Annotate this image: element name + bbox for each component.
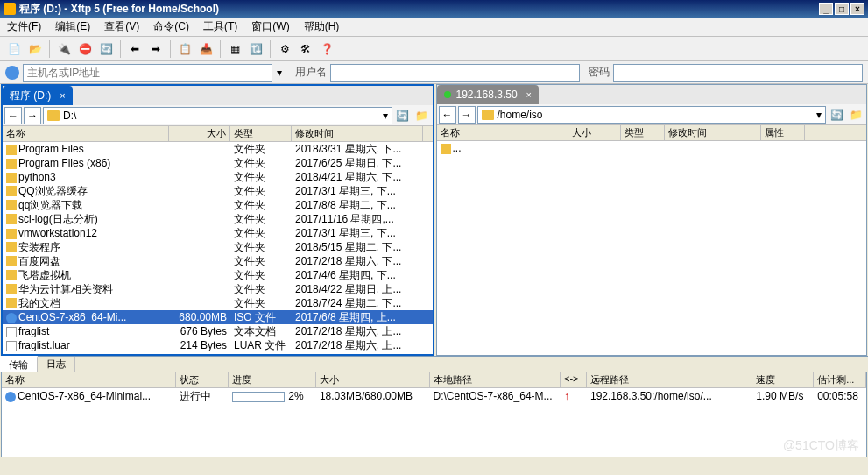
maximize-button[interactable]: □ bbox=[835, 3, 849, 15]
help-button[interactable]: ❓ bbox=[317, 39, 336, 59]
list-item[interactable]: fraglist676 Bytes文本文档2017/2/18 星期六, 上... bbox=[3, 324, 433, 338]
remote-path-box[interactable]: /home/iso ▾ bbox=[477, 106, 827, 124]
newfolder-button[interactable]: 📁 bbox=[413, 107, 431, 124]
folder-icon bbox=[441, 144, 451, 154]
col-size[interactable]: 大小 bbox=[568, 125, 621, 140]
refresh-button[interactable]: 🔃 bbox=[246, 39, 265, 59]
list-item[interactable]: qq浏览器下载文件夹2017/8/8 星期二, 下... bbox=[3, 198, 433, 212]
list-item[interactable]: 华为云计算相关资料文件夹2018/4/22 星期日, 上... bbox=[3, 282, 433, 296]
fwd-nav-button[interactable]: → bbox=[458, 106, 476, 124]
folder-icon bbox=[6, 200, 17, 210]
back-nav-button[interactable]: ← bbox=[439, 106, 456, 124]
newfolder-button[interactable]: 📁 bbox=[847, 106, 864, 124]
th-status[interactable]: 状态 bbox=[176, 372, 229, 387]
th-size[interactable]: 大小 bbox=[316, 372, 430, 387]
list-item[interactable]: 安装程序文件夹2018/5/15 星期二, 下... bbox=[3, 240, 433, 254]
transfer-row[interactable]: CentOS-7-x86_64-Minimal... 进行中 2% 18.03M… bbox=[2, 388, 866, 404]
local-path: D:\ bbox=[63, 110, 76, 122]
log-tab[interactable]: 日志 bbox=[38, 357, 75, 372]
tr-speed: 1.90 MB/s bbox=[752, 390, 814, 402]
iso-icon bbox=[6, 313, 17, 323]
list-item[interactable]: ... bbox=[437, 141, 867, 155]
menu-view[interactable]: 查看(V) bbox=[97, 19, 146, 34]
col-size[interactable]: 大小 bbox=[169, 126, 230, 141]
transfer-tab[interactable]: 传输 bbox=[0, 356, 38, 372]
up-button[interactable]: 🔄 bbox=[828, 106, 845, 124]
user-input[interactable] bbox=[330, 64, 580, 82]
host-input[interactable] bbox=[23, 64, 272, 82]
menu-tools[interactable]: 工具(T) bbox=[196, 19, 244, 34]
remote-tab[interactable]: 192.168.3.50 × bbox=[437, 85, 540, 104]
list-item[interactable]: 百度网盘文件夹2017/2/18 星期六, 下... bbox=[3, 254, 433, 268]
remote-file-list[interactable]: ... bbox=[437, 141, 867, 355]
menu-help[interactable]: 帮助(H) bbox=[297, 19, 347, 34]
menu-edit[interactable]: 编辑(E) bbox=[48, 19, 97, 34]
col-type[interactable]: 类型 bbox=[621, 125, 665, 140]
folder-icon bbox=[6, 242, 17, 252]
th-dir[interactable]: <-> bbox=[561, 372, 587, 387]
paste-button[interactable]: 📥 bbox=[196, 39, 215, 59]
remote-path: /home/iso bbox=[498, 109, 543, 121]
list-item[interactable]: 飞塔虚拟机文件夹2017/4/6 星期四, 下... bbox=[3, 268, 433, 282]
close-button[interactable]: × bbox=[850, 3, 864, 15]
list-item[interactable]: vmworkstation12文件夹2017/3/1 星期三, 下... bbox=[3, 226, 433, 240]
disconnect-button[interactable]: ⛔ bbox=[75, 39, 95, 59]
folder-icon bbox=[482, 110, 494, 120]
app-icon bbox=[4, 3, 16, 15]
local-tab[interactable]: 程序 (D:) × bbox=[3, 86, 73, 105]
reconnect-button[interactable]: 🔄 bbox=[96, 39, 116, 59]
watermark: @51CTO博客 bbox=[783, 438, 859, 454]
menu-file[interactable]: 文件(F) bbox=[0, 19, 48, 34]
local-pane: 程序 (D:) × ← → D:\ ▾ 🔄 📁 名称 大小 类型 修改时间 Pr… bbox=[1, 84, 434, 356]
folder-icon bbox=[6, 270, 17, 280]
col-date[interactable]: 修改时间 bbox=[292, 126, 423, 141]
up-button[interactable]: 🔄 bbox=[394, 107, 412, 124]
file-icon bbox=[6, 327, 17, 337]
list-item[interactable]: Program Files (x86)文件夹2017/6/25 星期日, 下..… bbox=[3, 156, 433, 170]
folder-icon bbox=[6, 159, 17, 169]
new-button[interactable]: 📄 bbox=[4, 39, 24, 59]
settings-button[interactable]: 🛠 bbox=[296, 39, 315, 59]
menu-cmd[interactable]: 命令(C) bbox=[146, 19, 196, 34]
view-button[interactable]: ▦ bbox=[225, 39, 244, 59]
list-item[interactable]: 我的文档文件夹2018/7/24 星期二, 下... bbox=[3, 296, 433, 310]
globe-icon bbox=[5, 66, 19, 80]
col-name[interactable]: 名称 bbox=[437, 125, 568, 140]
sync-button[interactable]: ⚙ bbox=[275, 39, 294, 59]
tr-eta: 00:05:58 bbox=[814, 390, 866, 402]
forward-button[interactable]: ➡ bbox=[146, 39, 166, 59]
th-local[interactable]: 本地路径 bbox=[430, 372, 561, 387]
col-type[interactable]: 类型 bbox=[230, 126, 292, 141]
list-item[interactable]: sci-log(日志分析)文件夹2017/11/16 星期四,... bbox=[3, 212, 433, 226]
copy-button[interactable]: 📋 bbox=[175, 39, 194, 59]
th-remote[interactable]: 远程路径 bbox=[587, 372, 752, 387]
path-dropdown-icon[interactable]: ▾ bbox=[383, 110, 388, 122]
th-eta[interactable]: 估计剩... bbox=[814, 372, 866, 387]
col-date[interactable]: 修改时间 bbox=[665, 125, 761, 140]
path-dropdown-icon[interactable]: ▾ bbox=[816, 109, 822, 121]
minimize-button[interactable]: _ bbox=[819, 3, 833, 15]
list-item[interactable]: CentOS-7-x86_64-Mi...680.00MBISO 文件2017/… bbox=[3, 310, 433, 324]
dropdown-button[interactable]: ▾ bbox=[272, 67, 286, 79]
th-speed[interactable]: 速度 bbox=[752, 372, 814, 387]
list-item[interactable]: Program Files文件夹2018/3/31 星期六, 下... bbox=[3, 142, 433, 156]
list-item[interactable]: QQ浏览器缓存文件夹2017/3/1 星期三, 下... bbox=[3, 184, 433, 198]
th-progress[interactable]: 进度 bbox=[229, 372, 316, 387]
list-item[interactable]: fraglist.luar214 BytesLUAR 文件2017/2/18 星… bbox=[3, 338, 433, 352]
col-attr[interactable]: 属性 bbox=[761, 125, 805, 140]
col-name[interactable]: 名称 bbox=[3, 126, 169, 141]
list-item[interactable]: python3文件夹2018/4/21 星期六, 下... bbox=[3, 170, 433, 184]
close-tab-icon[interactable]: × bbox=[526, 89, 532, 100]
th-name[interactable]: 名称 bbox=[2, 372, 176, 387]
connect-button[interactable]: 🔌 bbox=[54, 39, 74, 59]
fwd-nav-button[interactable]: → bbox=[24, 107, 41, 124]
menu-window[interactable]: 窗口(W) bbox=[244, 19, 296, 34]
local-path-box[interactable]: D:\ ▾ bbox=[43, 107, 392, 124]
back-nav-button[interactable]: ← bbox=[4, 107, 22, 124]
local-file-list[interactable]: Program Files文件夹2018/3/31 星期六, 下...Progr… bbox=[3, 142, 433, 354]
close-tab-icon[interactable]: × bbox=[60, 90, 65, 101]
upload-arrow-icon: ↑ bbox=[564, 390, 569, 402]
pass-input[interactable] bbox=[613, 64, 863, 82]
back-button[interactable]: ⬅ bbox=[125, 39, 145, 59]
open-button[interactable]: 📂 bbox=[25, 39, 45, 59]
